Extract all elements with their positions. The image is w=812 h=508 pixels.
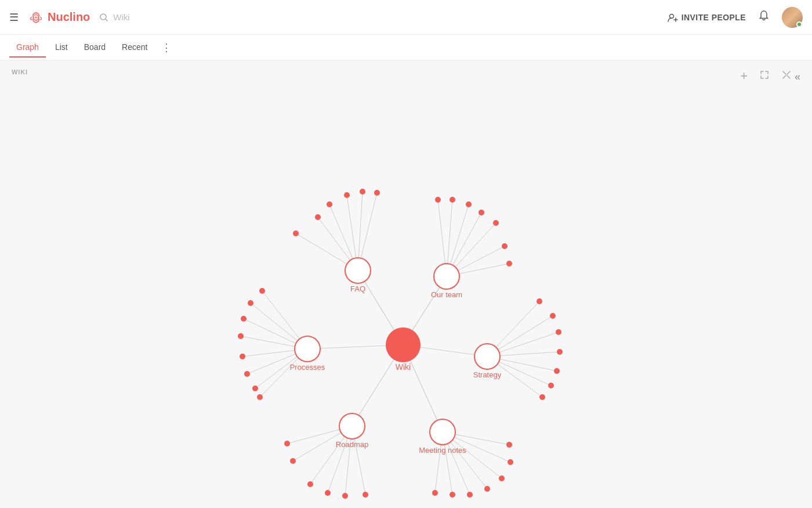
svg-point-0: [35, 16, 37, 17]
svg-point-69: [252, 385, 258, 391]
svg-point-103: [430, 419, 455, 445]
svg-point-54: [360, 189, 365, 194]
svg-point-77: [539, 394, 545, 400]
svg-point-58: [466, 201, 472, 207]
menu-icon[interactable]: ☰: [9, 11, 19, 24]
invite-icon: [668, 12, 678, 23]
svg-point-64: [248, 300, 253, 306]
tab-bar: Graph List Board Recent ⋮: [0, 35, 812, 60]
invite-people-button[interactable]: INVITE PEOPLE: [668, 12, 746, 23]
svg-point-76: [548, 383, 554, 388]
svg-point-93: [345, 258, 371, 283]
online-status-dot: [796, 21, 802, 27]
svg-point-60: [493, 220, 499, 226]
svg-point-99: [474, 344, 500, 369]
notifications-icon[interactable]: [757, 9, 770, 25]
search-area[interactable]: Wiki: [99, 12, 129, 22]
logo-icon: [28, 9, 44, 26]
svg-text:Wiki: Wiki: [396, 362, 411, 372]
svg-point-51: [315, 214, 321, 220]
svg-point-59: [478, 210, 484, 215]
svg-point-88: [499, 475, 505, 481]
svg-point-79: [290, 458, 296, 464]
invite-label: INVITE PEOPLE: [682, 13, 746, 22]
svg-point-66: [238, 333, 244, 339]
tab-board[interactable]: Board: [77, 38, 113, 57]
svg-point-53: [344, 192, 350, 198]
search-icon: [99, 13, 108, 22]
svg-text:Roadmap: Roadmap: [336, 440, 368, 449]
svg-point-55: [374, 190, 380, 196]
svg-point-85: [449, 492, 455, 498]
svg-point-87: [484, 486, 490, 492]
user-avatar[interactable]: [782, 7, 803, 28]
tab-recent[interactable]: Recent: [115, 38, 154, 57]
svg-point-75: [554, 368, 560, 374]
svg-point-56: [435, 197, 441, 203]
svg-text:Strategy: Strategy: [473, 370, 502, 379]
svg-point-83: [362, 492, 368, 498]
svg-point-95: [434, 264, 459, 289]
more-options-icon[interactable]: ⋮: [157, 37, 176, 59]
svg-point-52: [327, 201, 332, 207]
svg-point-68: [244, 371, 250, 377]
svg-point-61: [502, 243, 507, 249]
svg-point-65: [241, 316, 246, 322]
graph-svg: Wiki FAQ Our team Processes Strategy Roa…: [0, 60, 812, 508]
svg-point-50: [293, 230, 299, 236]
search-label: Wiki: [113, 12, 129, 22]
svg-point-72: [550, 313, 556, 319]
svg-point-91: [386, 327, 420, 362]
svg-point-62: [506, 261, 512, 266]
tab-graph[interactable]: Graph: [9, 38, 46, 57]
svg-point-101: [339, 413, 365, 439]
tab-list[interactable]: List: [48, 38, 75, 57]
svg-text:Our team: Our team: [431, 290, 462, 299]
graph-content-area: WIKI + «: [0, 60, 812, 508]
svg-point-73: [556, 329, 561, 335]
svg-point-67: [240, 354, 245, 359]
svg-text:Processes: Processes: [290, 363, 325, 372]
logo[interactable]: Nuclino: [28, 9, 90, 26]
svg-point-86: [467, 492, 473, 498]
svg-point-70: [257, 394, 263, 400]
svg-point-80: [307, 481, 313, 487]
svg-point-84: [432, 490, 438, 496]
svg-point-81: [325, 490, 331, 496]
svg-point-82: [342, 493, 348, 499]
svg-point-97: [295, 336, 320, 362]
graph-visualization[interactable]: Wiki FAQ Our team Processes Strategy Roa…: [0, 60, 812, 508]
svg-point-57: [449, 197, 455, 203]
svg-point-90: [506, 442, 512, 448]
svg-point-78: [284, 441, 290, 446]
svg-point-63: [259, 288, 265, 294]
svg-text:Meeting notes: Meeting notes: [419, 446, 466, 455]
svg-point-89: [507, 459, 513, 465]
svg-point-71: [536, 298, 542, 304]
svg-text:FAQ: FAQ: [350, 284, 365, 293]
svg-point-74: [557, 349, 563, 355]
logo-text: Nuclino: [48, 10, 90, 24]
